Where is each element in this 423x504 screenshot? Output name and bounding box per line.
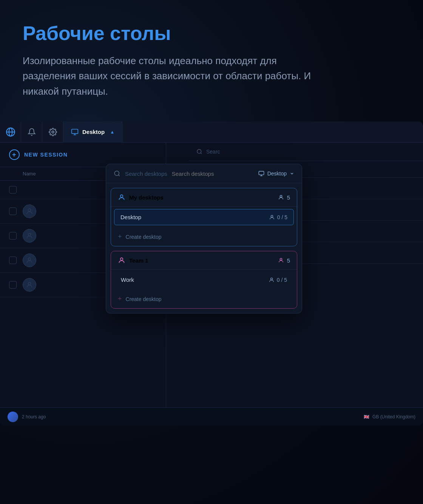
desktop-filter-button[interactable]: Desktop [258,171,294,177]
team1-group: Team 1 5 Work [111,251,297,309]
bottom-left: 2 hours ago [8,412,46,422]
team-count-icon [278,257,284,263]
country-label: GB (United Kingdom) [372,414,415,419]
avatar [23,204,36,218]
my-desktops-label: My desktops [129,194,164,201]
svg-point-17 [120,258,123,260]
hero-description: Изолированные рабочие столы идеально под… [23,53,317,99]
plus-team-icon: + [118,295,122,303]
bell-icon-button[interactable] [21,121,42,143]
desktop-tab-arrow-icon: ▲ [110,129,114,135]
svg-point-5 [28,209,31,211]
svg-point-16 [271,215,273,217]
count-person-icon [278,194,284,200]
team1-header: Team 1 5 [111,251,297,270]
desktop-tab[interactable]: Desktop ▲ [63,121,122,143]
desktop-dropdown: Search desktops Desktop [106,164,302,313]
bottom-bar: 2 hours ago 🇬🇧 GB (United Kingdom) [0,407,423,426]
my-desktops-group: My desktops 5 Desktop [111,188,297,246]
work-count-icon [269,277,275,283]
search-desktops-placeholder: Search desktops [125,171,167,177]
work-desktop-item[interactable]: Work 0 / 5 [114,271,294,288]
chevron-down-icon [290,171,294,176]
avatar [23,254,36,267]
avatar [23,278,36,292]
desktop-selected-item[interactable]: Desktop 0 / 5 [114,209,294,225]
svg-line-10 [201,153,202,154]
search-placeholder: Searc [206,149,220,155]
desktop-count-icon [269,214,275,220]
svg-point-7 [28,258,31,260]
create-desktop-team-button[interactable]: + Create desktop [111,290,297,308]
desktop-item-count: 0 / 5 [269,214,287,220]
create-desktop-button[interactable]: + Create desktop [111,227,297,246]
country-flag-icon: 🇬🇧 [364,414,369,419]
gear-icon-button[interactable] [42,121,63,143]
desktop-item-label: Desktop [120,214,141,220]
search-bar: Searc [189,143,423,161]
team1-label: Team 1 [129,257,148,264]
plus-icon: + [118,233,122,241]
desktop-filter-icon [258,171,264,177]
row-checkbox[interactable] [9,186,17,194]
plus-circle-icon: + [9,149,20,160]
browser-toolbar: Desktop ▲ [0,121,423,143]
svg-point-15 [280,195,282,197]
dropdown-search-bar: Search desktops Desktop [106,164,302,183]
my-desktops-header: My desktops 5 [111,188,297,207]
page-title: Рабочие столы [23,23,400,44]
avatar [23,229,36,243]
svg-point-9 [197,149,201,154]
row-checkbox[interactable] [9,207,17,215]
svg-point-3 [52,131,54,133]
team-person-icon [118,257,125,264]
search-desktops-input[interactable] [172,171,240,177]
svg-rect-4 [72,129,78,134]
filter-label: Desktop [267,171,287,177]
svg-line-12 [118,175,119,176]
new-session-label: NEW SESSION [24,152,68,158]
row-checkbox[interactable] [9,232,17,240]
search-icon [114,170,120,177]
svg-point-6 [28,233,31,236]
work-count: 0 / 5 [269,277,287,283]
svg-rect-13 [259,171,264,175]
my-desktops-count: 5 [278,194,290,201]
desktop-tab-label: Desktop [82,129,105,135]
svg-point-18 [280,258,282,260]
user-avatar [8,412,18,422]
svg-point-8 [28,282,31,285]
team1-count: 5 [278,257,290,264]
svg-point-11 [114,171,119,175]
svg-point-19 [270,278,272,280]
browser-content: + NEW SESSION Name Cre [0,143,423,426]
person-icon [118,194,125,201]
bottom-right: 🇬🇧 GB (United Kingdom) [364,414,415,419]
row-checkbox[interactable] [9,257,17,264]
time-ago: 2 hours ago [22,414,46,419]
row-checkbox[interactable] [9,281,17,289]
work-label: Work [121,277,134,283]
svg-point-14 [120,195,123,197]
globe-icon-button[interactable] [0,121,21,143]
